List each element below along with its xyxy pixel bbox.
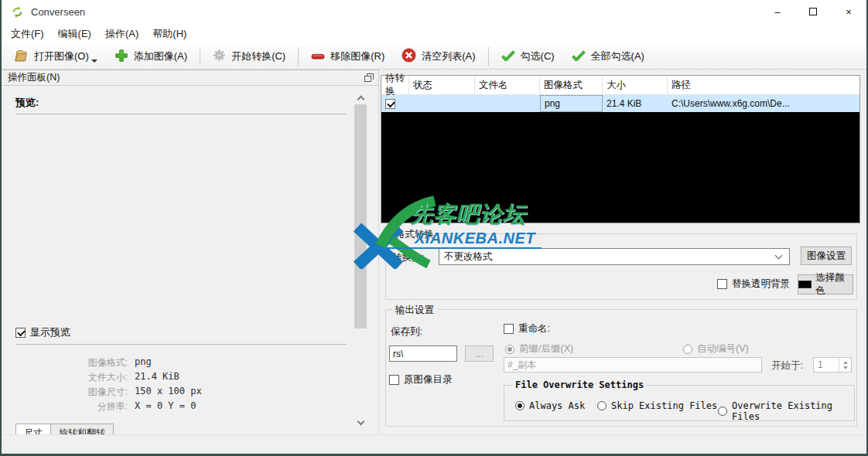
remove-images-label: 移除图像(R) [330,49,384,63]
check-button[interactable]: 勾选(C) [493,46,563,67]
menu-help[interactable]: 帮助(H) [145,23,193,44]
scrollbar-thumb[interactable] [354,104,367,328]
save-to-label: 保存到: [391,325,422,339]
choose-color-button[interactable]: 选择颜色 [798,274,853,294]
resolution-label: 分辨率: [2,400,128,415]
overwrite-existing-radio-circle[interactable] [718,407,727,416]
separator [15,114,347,114]
prefix-suffix-radio-circle[interactable] [505,345,514,354]
close-button[interactable]: × [831,0,866,23]
col-to-convert[interactable]: 待转换 [381,76,409,94]
preview-label: 预览: [15,96,39,110]
source-dir-checkbox-box[interactable] [389,375,399,385]
image-dimensions-value: 150 x 100 px [135,386,202,400]
start-conversion-label: 开始转换(C) [231,49,285,63]
always-ask-radio[interactable]: Always Ask [515,400,585,411]
prefix-suffix-radio[interactable]: 前缀/后缀(X) [505,342,573,356]
clear-list-icon [402,48,416,65]
image-format-value: png [135,356,152,371]
output-settings-group: 输出设置 保存到: ... 原图像目录 重命名: 前缀/后缀(X) 自动编号(V… [385,309,857,427]
col-size[interactable]: 大小 [603,76,668,94]
spinner-arrows-icon[interactable] [839,358,851,372]
check-label: 勾选(C) [521,49,555,63]
tab-dimensions[interactable]: 尺寸 [15,424,51,434]
replace-transparent-bg-checkbox[interactable]: 替换透明背景 [717,277,790,291]
add-image-icon [114,49,128,65]
file-list-table: 待转换 状态 文件名 图像格式 大小 路径 png 21.4 KiB C:\Us… [381,75,860,223]
row-size: 21.4 KiB [603,95,668,112]
toolbar-separator [488,47,489,66]
skip-existing-radio[interactable]: Skip Existing Files [597,400,717,411]
col-status[interactable]: 状态 [409,76,475,94]
skip-existing-radio-circle[interactable] [597,401,607,410]
source-dir-label: 原图像目录 [404,373,453,386]
row-status [409,95,475,112]
toolbar: 打开图像(O) 添加图像(A) [2,44,866,70]
actions-panel: 预览: 显示预览 图像格式: png 文件大小: 21.4 KiB 图像尺寸: … [2,86,379,434]
remove-images-button[interactable]: 移除图像(R) [302,46,393,67]
minimize-button[interactable]: – [760,0,795,23]
scroll-up-icon[interactable] [354,91,367,104]
show-preview-checkbox-box[interactable] [15,328,26,338]
actions-panel-header: 操作面板(N) [2,70,379,86]
replace-bg-label: 替换透明背景 [732,277,790,291]
image-settings-label: 图像设置 [807,250,846,263]
maximize-icon [809,8,817,15]
start-conversion-button[interactable]: 开始转换(C) [204,46,294,67]
add-images-button[interactable]: 添加图像(A) [106,46,196,67]
toolbar-separator [200,47,200,66]
menu-actions[interactable]: 操作(A) [98,23,145,44]
info-row-size: 文件大小: 21.4 KiB [2,371,342,386]
table-row[interactable]: png 21.4 KiB C:\Users\www.x6g.com\De... [381,95,859,112]
check-all-button[interactable]: 全部勾选(A) [563,46,653,67]
clear-list-button[interactable]: 清空列表(A) [393,46,484,67]
actions-panel-title: 操作面板(N) [8,71,60,84]
rename-checkbox[interactable]: 重命名: [504,322,550,335]
auto-number-label: 自动编号(V) [697,342,749,356]
show-preview-checkbox[interactable]: 显示预览 [15,325,70,339]
row-checkbox[interactable] [385,99,395,109]
image-dimensions-label: 图像尺寸: [2,386,128,400]
overwrite-existing-radio[interactable]: Overwrite Existing Files [718,400,854,422]
rename-checkbox-box[interactable] [504,324,514,334]
clear-list-label: 清空列表(A) [422,49,475,63]
open-images-button[interactable]: 打开图像(O) [5,46,106,67]
open-dropdown-caret-icon[interactable] [91,60,97,63]
save-to-input[interactable] [389,345,457,362]
start-at-label: 开始于: [771,359,803,373]
overwrite-settings-title: File Overwrite Settings [512,379,647,390]
row-path: C:\Users\www.x6g.com\De... [668,95,859,112]
window-title: Converseen [31,6,85,18]
image-settings-button[interactable]: 图像设置 [801,247,852,265]
start-at-spinner[interactable]: 1 [813,357,852,373]
color-swatch [798,281,812,288]
auto-number-radio[interactable]: 自动编号(V) [683,342,749,356]
table-empty-area [381,112,859,223]
app-refresh-icon [11,5,24,19]
source-dir-checkbox[interactable]: 原图像目录 [389,373,453,386]
maximize-button[interactable] [795,0,831,23]
menu-edit[interactable]: 编辑(E) [51,23,98,44]
status-bar [2,434,866,454]
add-images-label: 添加图像(A) [134,49,187,63]
file-size-value: 21.4 KiB [135,371,179,386]
auto-number-radio-circle[interactable] [683,345,692,354]
col-path[interactable]: 路径 [668,76,859,94]
always-ask-radio-circle[interactable] [515,401,525,410]
show-preview-label: 显示预览 [30,325,70,339]
float-panel-icon[interactable] [364,73,374,82]
convert-to-select[interactable]: 不更改格式 [439,248,790,265]
replace-bg-checkbox-box[interactable] [717,279,727,289]
browse-button[interactable]: ... [465,345,494,362]
overwrite-settings-group: File Overwrite Settings Always Ask Skip … [504,385,855,421]
start-at-value: 1 [814,359,839,370]
panel-scrollbar[interactable] [354,87,367,434]
col-filename[interactable]: 文件名 [475,76,540,94]
rename-pattern-input[interactable] [504,357,762,373]
tab-rotate-flip[interactable]: 旋转和翻转 [51,424,114,434]
scroll-down-icon[interactable] [354,417,367,429]
check-icon [501,50,515,63]
toolbar-separator [298,47,299,66]
menu-file[interactable]: 文件(F) [4,23,51,44]
col-format[interactable]: 图像格式 [540,76,603,94]
